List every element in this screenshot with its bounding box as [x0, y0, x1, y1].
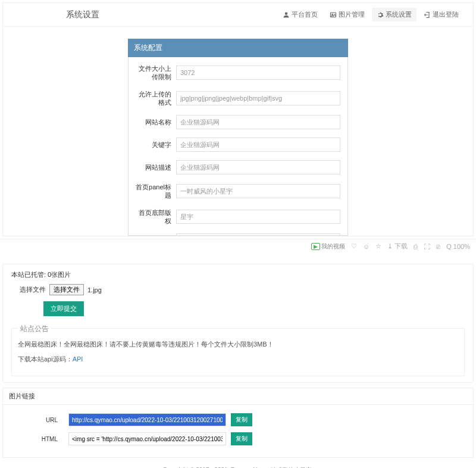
- top-nav: 平台首页 图片管理 系统设置 退出登陆: [278, 8, 464, 21]
- settings-section: 系统设置 平台首页 图片管理 系统设置: [2, 2, 474, 236]
- expand-icon[interactable]: ⛶: [424, 243, 430, 250]
- announce-line-1: 全网最稳图床！全网最稳图床！请不要上传黄赌毒等违规图片！每个文件大小限制3MB！: [18, 340, 458, 349]
- print-icon[interactable]: ⎙: [414, 243, 418, 250]
- gear-icon: [377, 11, 384, 18]
- form-row-desc: 网站描述: [136, 160, 340, 174]
- user-icon: [283, 11, 290, 18]
- form-label: 网站描述: [136, 163, 176, 171]
- form-row-paneltitle: 首页panel标题: [136, 183, 340, 200]
- nav-label: 系统设置: [386, 10, 412, 19]
- html-input[interactable]: [68, 432, 226, 445]
- input-keywords[interactable]: [176, 138, 340, 152]
- form-row-formats: 允许上传的格式: [136, 90, 340, 107]
- form-row-qq: 客服ＱＱ: [136, 233, 340, 236]
- nav-label: 平台首页: [292, 10, 318, 19]
- nav-label: 退出登陆: [433, 10, 459, 19]
- links-section: 图片链接 URL 复制 HTML 复制: [2, 388, 474, 458]
- nav-home[interactable]: 平台首页: [278, 8, 322, 21]
- api-link[interactable]: API: [73, 355, 83, 363]
- footer: Copyright © 2017 - 2021. Powered by 一时威风…: [0, 460, 476, 468]
- top-header: 系统设置 平台首页 图片管理 系统设置: [3, 3, 473, 27]
- submit-button[interactable]: 立即提交: [43, 301, 84, 316]
- select-label: 选择文件: [20, 285, 46, 294]
- toolbar-badge[interactable]: ▶我的视频: [311, 242, 345, 251]
- form-label: 文件大小上传限制: [136, 64, 176, 82]
- links-body: URL 复制 HTML 复制: [3, 404, 473, 457]
- form-label: 首页底部版权: [136, 208, 176, 226]
- smile-icon[interactable]: ☺: [363, 243, 369, 250]
- input-filesize[interactable]: [176, 65, 340, 80]
- announce-title: 站点公告: [18, 324, 51, 334]
- toolbar-1: ▶我的视频 ♡ ☺ ☆ ⤓ 下载 ⎙ ⛶ ⎚ Q 100%: [0, 239, 476, 253]
- nav-label: 图片管理: [339, 10, 365, 19]
- svg-point-2: [332, 14, 333, 15]
- form-row-filesize: 文件大小上传限制: [136, 64, 340, 82]
- nav-settings[interactable]: 系统设置: [372, 8, 416, 21]
- link-row-html: HTML 复制: [9, 432, 467, 445]
- copy-button[interactable]: 复制: [231, 432, 252, 445]
- input-sitename[interactable]: [176, 115, 340, 129]
- phone-icon[interactable]: ⎚: [436, 243, 440, 250]
- copy-button[interactable]: 复制: [231, 413, 252, 426]
- form-label: 允许上传的格式: [136, 90, 176, 107]
- panel-body: 文件大小上传限制 允许上传的格式 网站名称 关键字 网站描述 首页panel标题: [128, 57, 348, 236]
- input-desc[interactable]: [176, 160, 340, 174]
- panel-header: 系统配置: [128, 39, 348, 57]
- input-qq[interactable]: [176, 233, 340, 236]
- download-link[interactable]: ⤓ 下载: [387, 242, 408, 251]
- zoom-control[interactable]: Q 100%: [446, 243, 470, 250]
- nav-logout[interactable]: 退出登陆: [419, 8, 464, 21]
- heart-icon[interactable]: ♡: [351, 242, 357, 250]
- form-row-sitename: 网站名称: [136, 115, 340, 129]
- star-icon[interactable]: ☆: [375, 242, 381, 250]
- input-paneltitle[interactable]: [176, 184, 340, 198]
- form-label: 网站名称: [136, 118, 176, 126]
- form-label: 首页panel标题: [136, 183, 176, 200]
- link-label: HTML: [27, 436, 68, 442]
- image-icon: [330, 11, 337, 18]
- link-row-url: URL 复制: [9, 413, 467, 426]
- input-copyright[interactable]: [176, 210, 340, 224]
- announce-line-2: 下载本站api源码：API: [18, 355, 458, 364]
- config-panel: 系统配置 文件大小上传限制 允许上传的格式 网站名称 关键字 网站描述: [128, 39, 348, 236]
- announce-box: 站点公告 全网最稳图床！全网最稳图床！请不要上传黄赌毒等违规图片！每个文件大小限…: [11, 328, 465, 376]
- nav-images[interactable]: 图片管理: [325, 8, 369, 21]
- form-row-keywords: 关键字: [136, 138, 340, 152]
- filename: 1.jpg: [87, 286, 102, 294]
- url-input[interactable]: [68, 413, 226, 426]
- input-formats[interactable]: [176, 91, 340, 105]
- svg-point-0: [285, 12, 288, 15]
- hosting-info: 本站已托管: 0张图片: [11, 270, 465, 279]
- form-label: 关键字: [136, 141, 176, 149]
- upload-section: 本站已托管: 0张图片 选择文件 选择文件 1.jpg 立即提交 站点公告 全网…: [2, 264, 474, 383]
- toolbar-right: ▶我的视频 ♡ ☺ ☆ ⤓ 下载 ⎙ ⛶ ⎚ Q 100%: [311, 242, 470, 251]
- link-label: URL: [27, 417, 68, 423]
- file-select-row: 选择文件 选择文件 1.jpg: [20, 284, 465, 295]
- form-row-copyright: 首页底部版权: [136, 208, 340, 226]
- page-title: 系统设置: [12, 10, 99, 20]
- file-select-button[interactable]: 选择文件: [49, 284, 84, 295]
- links-header: 图片链接: [3, 388, 473, 404]
- logout-icon: [424, 11, 431, 18]
